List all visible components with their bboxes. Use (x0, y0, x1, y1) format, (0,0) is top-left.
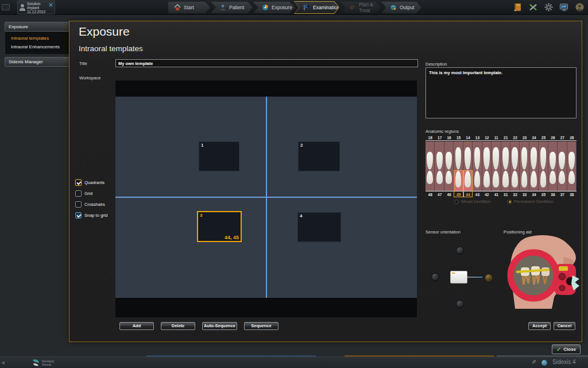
description-textarea[interactable] (425, 67, 577, 118)
tooth-37[interactable] (558, 170, 567, 191)
tab-plan-treat-label: Plan & Treat (359, 2, 375, 13)
tooth-14[interactable] (463, 141, 473, 170)
tooth-23[interactable] (520, 141, 529, 170)
tooth-11[interactable] (492, 141, 501, 170)
lower-teeth-row[interactable] (425, 170, 577, 191)
tooth-47[interactable] (435, 170, 444, 191)
tooth-32[interactable] (510, 170, 520, 191)
tooth-43[interactable] (473, 170, 482, 191)
anatomic-regions-chart[interactable]: 18171615141312112122232425262728 4847464… (425, 135, 577, 205)
tooth-number-36: 36 (548, 191, 558, 197)
delete-button[interactable]: Delete (161, 322, 195, 330)
exposure-box-3-selected[interactable]: 3 44, 45 (197, 211, 242, 242)
tooth-27[interactable] (558, 141, 567, 170)
tooth-48[interactable] (425, 170, 435, 191)
crosshairs-checkbox[interactable] (75, 201, 82, 208)
close-patient-icon[interactable] (49, 3, 53, 7)
patient-session-tile[interactable]: Solution Implant 11.12.2010 (17, 1, 55, 14)
selected-tooth-outline-44 (463, 170, 473, 197)
tooth-shape (474, 147, 481, 170)
snap-to-grid-checkbox-row[interactable]: Snap to grid (75, 212, 107, 218)
rotate-right-button[interactable] (485, 274, 492, 281)
sidebar-item-intraoral-enhancements[interactable]: Intraoral Enhancements (5, 43, 71, 51)
rotate-down-button[interactable] (456, 300, 464, 308)
add-button[interactable]: Add (119, 322, 154, 330)
tooth-34[interactable] (529, 170, 539, 191)
permanent-dentition-option[interactable]: Permanent Dentition (507, 199, 553, 204)
tab-exposure[interactable]: Exposure (253, 2, 295, 13)
tab-plan-treat[interactable]: Plan & Treat (341, 2, 381, 13)
upper-teeth-numbers: 18171615141312112122232425262728 (425, 135, 577, 141)
tooth-15[interactable] (454, 141, 463, 170)
auto-sequence-button[interactable]: Auto-Sequence (202, 322, 237, 330)
tab-start[interactable]: Start (168, 2, 210, 13)
template-workspace[interactable]: 1 2 3 44, 45 4 (115, 80, 417, 317)
template-title-input[interactable] (115, 59, 418, 67)
tooth-number-48: 48 (425, 191, 435, 197)
tooth-36[interactable] (548, 170, 558, 191)
workspace-canvas[interactable]: 1 2 3 44, 45 4 (115, 97, 417, 298)
close-button[interactable]: ✓ Close (552, 344, 581, 354)
mixed-dentition-radio[interactable] (454, 200, 459, 204)
mixed-dentition-option[interactable]: Mixed Dentition (454, 199, 491, 204)
grid-checkbox-row[interactable]: Grid (75, 190, 92, 197)
application-window: Solution Implant 11.12.2010 Start Patien… (0, 0, 588, 368)
exposure-box-4[interactable]: 4 (297, 212, 341, 242)
workstation-icon[interactable] (559, 2, 569, 12)
tooth-38[interactable] (567, 170, 577, 191)
upper-teeth-row[interactable] (425, 141, 577, 170)
sidebar-item-intraoral-templates[interactable]: Intraoral templates (5, 34, 71, 43)
sequence-button[interactable]: Sequence (244, 322, 278, 330)
tooth-24[interactable] (529, 141, 539, 170)
cancel-button[interactable]: Cancel (554, 322, 575, 330)
tab-output[interactable]: Output (381, 2, 421, 13)
tooth-13[interactable] (473, 141, 482, 170)
box-number: 1 (201, 143, 203, 148)
help-book-icon[interactable] (513, 2, 523, 12)
tooth-22[interactable] (510, 141, 520, 170)
tooth-25[interactable] (539, 141, 548, 170)
close-button-label: Close (563, 347, 576, 352)
grid-checkbox[interactable] (75, 190, 82, 197)
exposure-box-1[interactable]: 1 (199, 141, 239, 171)
tooth-26[interactable] (548, 141, 558, 170)
tooth-number-16: 16 (444, 135, 454, 140)
rotate-left-button[interactable] (431, 273, 439, 281)
exposure-box-2[interactable]: 2 (298, 141, 340, 171)
home-icon (174, 4, 181, 11)
tooth-shape (540, 171, 547, 187)
tooth-46[interactable] (444, 170, 454, 191)
tooth-28[interactable] (567, 141, 577, 170)
sidebar-section-exposure[interactable]: Exposure (5, 22, 72, 32)
rotate-up-button[interactable] (456, 247, 464, 255)
accept-button[interactable]: Accept (528, 322, 551, 330)
crosshairs-checkbox-row[interactable]: Crosshairs (75, 201, 105, 208)
tooth-shape (436, 152, 443, 170)
tooth-number-26: 26 (548, 135, 558, 140)
tools-icon[interactable] (528, 2, 538, 12)
sidebar-section-sidexis-manager[interactable]: Sidexis Manager (5, 57, 72, 67)
tooth-18[interactable] (425, 141, 435, 170)
pencil-icon[interactable]: ✎ (531, 359, 537, 364)
tab-patient[interactable]: Patient (211, 2, 253, 13)
tooth-31[interactable] (501, 170, 510, 191)
permanent-dentition-radio[interactable] (507, 200, 512, 204)
tooth-12[interactable] (482, 141, 492, 170)
tooth-16[interactable] (444, 141, 454, 170)
tooth-number-27: 27 (558, 135, 567, 140)
tab-examination[interactable]: Examination (294, 1, 339, 14)
tooth-shape (436, 171, 443, 184)
tooth-35[interactable] (539, 170, 548, 191)
snap-to-grid-checkbox[interactable] (75, 212, 82, 218)
user-avatar-icon[interactable] (575, 2, 585, 12)
tooth-41[interactable] (492, 170, 501, 191)
tooth-42[interactable] (482, 170, 492, 191)
tooth-17[interactable] (435, 141, 444, 170)
tooth-21[interactable] (501, 141, 510, 170)
quadrants-checkbox[interactable] (75, 179, 82, 186)
tooth-33[interactable] (520, 170, 529, 191)
globe-icon[interactable] (541, 360, 547, 366)
collapse-arrow-icon[interactable] (1, 361, 5, 365)
quadrants-checkbox-row[interactable]: Quadrants (75, 179, 105, 186)
settings-gear-icon[interactable] (544, 2, 554, 12)
